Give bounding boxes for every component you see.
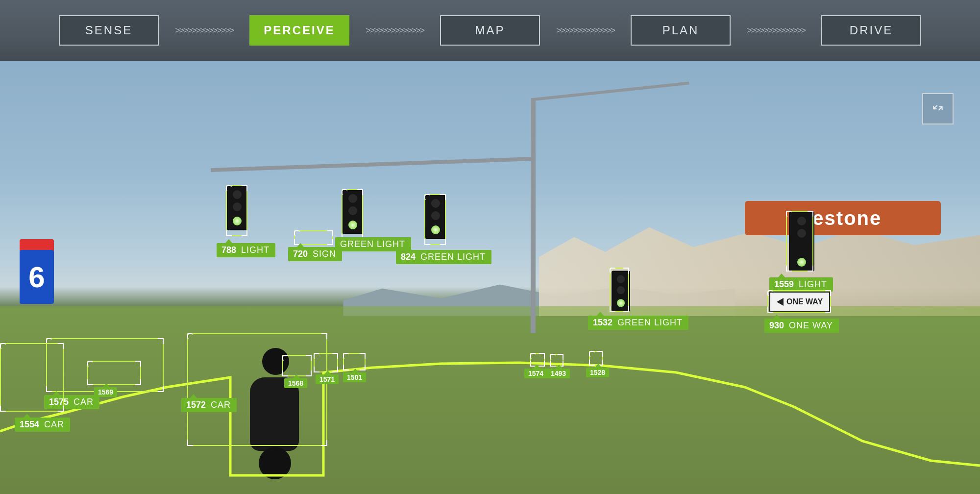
detection-label: 1571 (316, 374, 339, 384)
detection-class: GREEN LIGHT (340, 239, 405, 249)
detection-id: 1532 (593, 318, 612, 328)
detection-label: 1554CAR (15, 418, 70, 432)
detection-label: 1569 (94, 387, 117, 397)
detection-label: 1493 (547, 369, 570, 378)
detection-box (342, 189, 363, 240)
detection-label: 788LIGHT (217, 243, 275, 257)
detection-id: 1572 (186, 400, 206, 410)
detection-box (343, 353, 366, 370)
nav-chevrons: >>>>>>>>>>>>>> (349, 25, 440, 36)
nav-chevrons: >>>>>>>>>>>>>> (540, 25, 631, 36)
detection-id: 1554 (20, 420, 39, 430)
detection-id: 1568 (288, 379, 303, 387)
detection-label: 824GREEN LIGHT (396, 250, 491, 264)
detection-box (187, 333, 327, 446)
drivable-freespace-overlay (0, 306, 980, 494)
nav-chevrons: >>>>>>>>>>>>>> (731, 25, 821, 36)
detection-id: 1501 (347, 373, 362, 381)
expand-button[interactable] (922, 93, 954, 124)
detection-id: 1559 (774, 279, 794, 290)
nav-label: DRIVE (850, 24, 893, 37)
detection-label: 930ONE WAY (764, 319, 839, 333)
detection-class: SIGN (313, 249, 336, 259)
detection-box (424, 194, 446, 245)
expand-icon (931, 101, 944, 116)
detection-class: ONE WAY (789, 321, 833, 331)
detection-class: CAR (74, 397, 94, 407)
drive-perception-view: 6 restone ONE WAY 788LIGHT720SIGNGREEN L… (0, 0, 980, 494)
detection-box (226, 185, 247, 236)
nav-chevrons: >>>>>>>>>>>>>> (159, 25, 249, 36)
detection-label: 1568 (284, 378, 307, 388)
detection-label: 1532GREEN LIGHT (588, 316, 688, 330)
nav-label: SENSE (85, 24, 132, 37)
detection-label: 1501 (343, 372, 366, 382)
nav-sense[interactable]: SENSE (59, 15, 159, 46)
streetlight-pole (531, 98, 536, 333)
detection-label: 1572CAR (181, 398, 237, 412)
detection-id: 824 (401, 252, 416, 262)
detection-label: 1559LIGHT (769, 277, 833, 292)
detection-id: 1569 (98, 388, 113, 396)
nav-label: MAP (475, 24, 505, 37)
detection-id: 1574 (528, 370, 543, 377)
detection-box (0, 343, 64, 412)
detection-id: 930 (769, 321, 784, 331)
pipeline-nav: SENSE >>>>>>>>>>>>>> PERCEIVE >>>>>>>>>>… (0, 0, 980, 61)
motel6-sign-top (20, 239, 54, 251)
nav-perceive[interactable]: PERCEIVE (249, 15, 349, 46)
detection-box (767, 290, 831, 313)
detection-id: 1571 (319, 375, 335, 383)
detection-box (610, 268, 629, 312)
detection-class: GREEN LIGHT (420, 252, 486, 262)
motel6-sign: 6 (20, 250, 54, 304)
detection-class: GREEN LIGHT (617, 318, 683, 328)
detection-box (282, 355, 312, 376)
detection-box (87, 361, 141, 385)
nav-label: PERCEIVE (264, 24, 335, 37)
nav-label: PLAN (662, 24, 699, 37)
detection-box (314, 353, 338, 372)
detection-class: LIGHT (799, 279, 827, 290)
nav-plan[interactable]: PLAN (631, 15, 731, 46)
detection-class: CAR (211, 400, 231, 410)
detection-label: 720SIGN (288, 247, 342, 261)
nav-drive[interactable]: DRIVE (821, 15, 921, 46)
detection-id: 1528 (590, 369, 605, 376)
nav-map[interactable]: MAP (440, 15, 540, 46)
detection-label: GREEN LIGHT (335, 237, 411, 251)
detection-class: LIGHT (241, 245, 270, 255)
detection-label: 1528 (586, 368, 609, 377)
detection-box (786, 211, 813, 272)
detection-id: 788 (221, 245, 236, 255)
firestone-sign: restone (745, 201, 941, 235)
detection-id: 1493 (551, 370, 566, 377)
detection-label: 1574 (524, 369, 547, 378)
detection-id: 720 (293, 249, 308, 259)
detection-class: CAR (44, 420, 64, 430)
